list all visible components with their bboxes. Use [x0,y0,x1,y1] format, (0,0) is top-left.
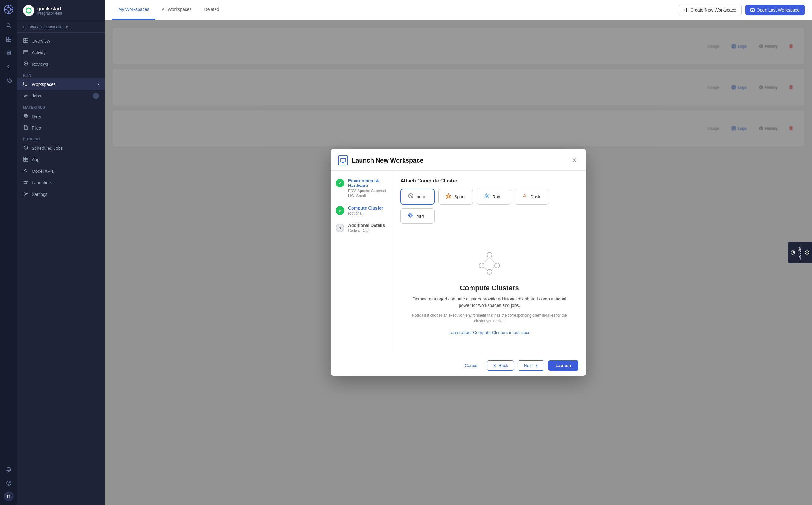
svg-line-7 [10,26,11,28]
cluster-option-ray[interactable]: Ray [477,189,511,204]
svg-point-16 [26,8,31,13]
sidebar-item-files[interactable]: Files [17,122,105,134]
sidebar-item-activity[interactable]: Activity [17,47,105,58]
cluster-option-dask[interactable]: Dask [515,189,549,204]
project-env: integration-test [37,11,62,16]
svg-line-67 [488,194,489,195]
tab-my-workspaces[interactable]: My Workspaces [112,0,155,20]
project-logo-icon [23,5,34,16]
step-3-subtitle: Code & Data [348,228,385,233]
create-workspace-button[interactable]: Create New Workspace [679,5,742,15]
wizard-step-compute[interactable]: ✓ Compute Cluster (optional) [336,205,388,215]
reviews-icon [23,61,29,67]
files-label: Files [32,126,41,131]
launchers-icon [23,180,29,186]
spark-icon [446,193,451,200]
tab-deleted[interactable]: Deleted [198,0,225,20]
search-icon[interactable] [3,20,14,31]
step-1-indicator: ✓ [336,179,344,187]
jobs-label: Jobs [32,94,41,99]
svg-point-72 [487,252,492,257]
tag-icon[interactable] [3,75,14,86]
wizard-step-details[interactable]: 3 Additional Details Code & Data [336,223,388,233]
files-icon [23,125,29,131]
sidebar-item-workspaces[interactable]: Workspaces › [17,78,105,90]
cluster-option-mpi[interactable]: MPI [400,208,435,223]
sidebar-item-jobs[interactable]: Jobs + [17,90,105,102]
svg-point-80 [805,250,809,255]
step-1-title: Environment & Hardware [348,178,388,188]
tab-all-workspaces[interactable]: All Workspaces [155,0,198,20]
back-button[interactable]: Back [487,360,514,371]
user-avatar[interactable]: IT [4,491,14,501]
open-last-workspace-button[interactable]: Open Last Workspace [746,5,805,15]
step-1-subtitle-2: HW: Small [348,194,388,198]
cluster-info-title: Compute Clusters [460,284,519,292]
modal-header: Launch New Workspace ✕ [331,149,586,171]
help-icon[interactable] [3,478,14,489]
svg-line-78 [484,267,487,270]
sidebar-item-overview[interactable]: Overview [17,35,105,47]
settings-label: Settings [32,192,48,197]
launch-button[interactable]: Launch [548,360,579,371]
wizard-steps: ✓ Environment & Hardware ENV: Apache Sup… [331,171,393,355]
dask-icon [522,193,527,200]
sidebar-item-reviews[interactable]: Reviews [17,58,105,70]
svg-point-75 [487,269,492,274]
svg-point-24 [25,63,26,64]
sidebar-item-scheduled-jobs[interactable]: Scheduled Jobs [17,142,105,154]
step-2-text: Compute Cluster (optional) [348,205,383,215]
svg-point-60 [486,195,488,197]
modal-header-icon [338,155,348,165]
svg-point-29 [24,114,27,116]
app-logo[interactable] [3,4,14,15]
breadcrumb[interactable]: ⊙ Data Acquisition and Ex... [17,21,105,33]
cancel-button[interactable]: Cancel [460,360,484,370]
wizard-step-environment[interactable]: ✓ Environment & Hardware ENV: Apache Sup… [336,178,388,198]
svg-rect-31 [24,157,25,159]
scheduled-jobs-icon [23,145,29,151]
sidebar-item-data[interactable]: Data [17,111,105,122]
workspaces-label: Workspaces [32,82,56,87]
modal-overlay: Launch New Workspace ✕ ✓ Environment & H… [105,20,812,505]
sidebar-item-launchers[interactable]: Launchers [17,177,105,188]
bell-icon[interactable] [3,464,14,475]
sidebar-item-app[interactable]: App [17,154,105,165]
jobs-icon [23,93,29,99]
support-button[interactable]: Support [788,241,812,264]
svg-rect-8 [7,37,8,39]
breadcrumb-text: Data Acquisition and Ex... [28,25,71,29]
database-icon[interactable] [3,47,14,58]
data-label: Data [32,114,41,119]
next-button[interactable]: Next [518,360,544,371]
modal-title: Launch New Workspace [352,157,566,164]
sidebar-item-settings[interactable]: Settings [17,188,105,200]
svg-rect-20 [26,41,28,43]
main-content: My Workspaces All Workspaces Deleted Cre… [105,0,812,505]
step-1-text: Environment & Hardware ENV: Apache Super… [348,178,388,198]
cluster-none-label: none [417,194,426,199]
cluster-info-link[interactable]: Learn about Compute Clusters in our docs [448,330,530,335]
step-content-title: Attach Compute Cluster [400,178,579,184]
activity-icon [23,49,29,55]
cluster-dask-label: Dask [530,194,540,199]
grid-icon[interactable] [3,34,14,45]
modal-footer: Cancel Back Next Launch [331,355,586,376]
svg-point-23 [24,62,28,65]
svg-line-58 [409,194,413,198]
breadcrumb-icon: ⊙ [23,25,26,29]
svg-point-15 [9,484,9,485]
cluster-info: Compute Clusters Domino managed compute … [400,236,579,347]
modal-close-button[interactable]: ✕ [570,156,579,165]
cluster-option-none[interactable]: none [400,189,435,204]
run-section-label: RUN [17,70,105,78]
svg-rect-11 [9,39,11,41]
back-icon[interactable] [3,61,14,72]
sidebar-item-model-apis[interactable]: Model APIs [17,165,105,177]
cluster-info-graphic [475,248,503,278]
svg-point-28 [24,94,27,97]
cluster-option-spark[interactable]: Spark [438,189,473,204]
sidebar-nav: Overview Activity Reviews RUN Workspaces [17,33,105,505]
svg-point-83 [793,254,793,254]
topbar-actions: Create New Workspace Open Last Workspace [679,5,805,15]
